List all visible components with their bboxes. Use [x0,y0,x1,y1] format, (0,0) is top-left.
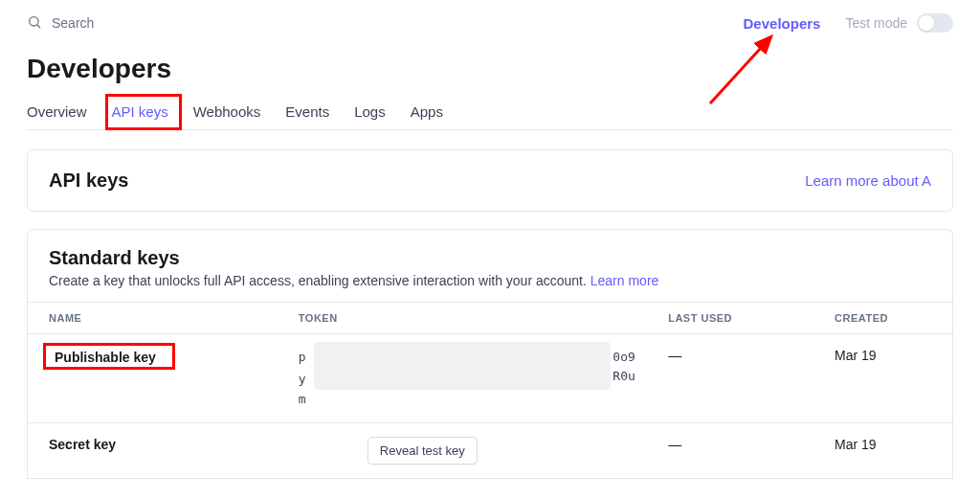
section-desc-text: Create a key that unlocks full API acces… [49,273,590,288]
section-description: Create a key that unlocks full API acces… [49,273,931,288]
search-input[interactable]: Search [27,14,94,33]
col-header-last-used: LAST USED [647,303,813,334]
api-keys-card: API keys Learn more about A [27,149,953,212]
tab-events[interactable]: Events [285,96,329,129]
created-publishable: Mar 19 [813,334,952,423]
page-header: Developers Overview API keys Webhooks Ev… [0,46,980,130]
tab-overview[interactable]: Overview [27,96,87,129]
section-title: Standard keys [49,247,931,269]
test-mode-label: Test mode [845,15,907,31]
section-header: Standard keys Create a key that unlocks … [28,230,952,302]
tab-webhooks[interactable]: Webhooks [193,96,261,129]
token-line2-prefix: y [299,372,306,386]
token-redacted-block [314,342,611,390]
token-trail-1: 0o9 [612,348,635,368]
token-publishable[interactable]: p 0o9 y R0u m [299,348,624,409]
last-used-publishable: — [647,334,813,423]
tab-logs[interactable]: Logs [354,96,386,129]
token-line3-prefix: m [299,392,306,406]
table-row: Secret key Reveal test key — Mar 19 [28,423,952,479]
col-header-token: TOKEN [278,303,647,334]
developers-link[interactable]: Developers [744,15,821,32]
col-header-created: CREATED [813,303,952,334]
topbar: Search Developers Test mode [0,0,980,46]
toggle-knob [919,15,934,31]
col-header-name: NAME [28,303,278,334]
tab-api-keys[interactable]: API keys [112,96,168,129]
svg-point-0 [30,16,38,25]
card-title: API keys [49,170,128,192]
test-mode-toggle-area: Test mode [845,13,953,33]
last-used-secret: — [647,423,813,479]
token-secret: Reveal test key [299,437,626,465]
reveal-test-key-button[interactable]: Reveal test key [368,437,478,465]
test-mode-toggle[interactable] [917,13,953,33]
keys-table: NAME TOKEN LAST USED CREATED Publishable… [28,302,952,479]
search-placeholder: Search [52,15,94,31]
standard-keys-section: Standard keys Create a key that unlocks … [27,229,953,479]
created-secret: Mar 19 [813,423,952,479]
table-row: Publishable key p 0o9 y R0u m — Mar 19 [28,334,952,423]
token-trail-2: R0u [612,367,635,387]
topbar-right: Developers Test mode [744,13,953,33]
tabs: Overview API keys Webhooks Events Logs A… [27,96,953,130]
section-learn-more-link[interactable]: Learn more [590,273,659,288]
svg-line-1 [37,25,40,28]
key-name-secret: Secret key [49,437,116,452]
tab-apps[interactable]: Apps [411,96,443,129]
token-prefix: p [299,350,306,364]
key-name-publishable: Publishable key [49,348,162,367]
learn-more-link[interactable]: Learn more about A [805,172,931,189]
search-icon [27,14,42,33]
page-title: Developers [27,54,953,84]
